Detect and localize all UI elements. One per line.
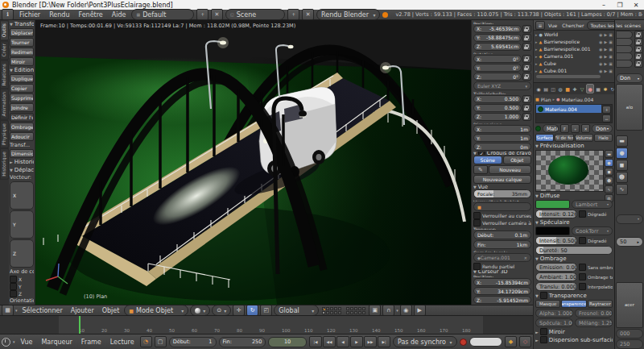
hardness-slider[interactable]: Dureté: 50 — [535, 246, 613, 255]
jump-end-button[interactable]: ▶| — [378, 336, 390, 347]
outliner-item[interactable]: ▸ ● World ◉▶▣ — [534, 31, 614, 38]
preview-panel-header[interactable]: ▼Prévisualisation — [535, 143, 613, 149]
frame-start-field[interactable]: Début:1 — [169, 337, 217, 347]
lock-icon[interactable] — [522, 73, 531, 81]
prev-keyframe-button[interactable]: ◀◀ — [323, 336, 336, 347]
shading-checkbox[interactable]: Interpolation... — [579, 283, 613, 290]
axis-checkbox-row[interactable]: Y — [10, 283, 34, 289]
layers-widget[interactable] — [322, 307, 341, 314]
timeline-menu[interactable]: Lecture — [107, 339, 138, 346]
preview-button-fragment[interactable]: ● — [616, 147, 628, 159]
dimension-field-row[interactable]: Z:0m — [473, 143, 531, 151]
topbar-menu[interactable]: Fenêtre — [76, 11, 106, 19]
strip-raytrace-fragment[interactable]: acer — [616, 282, 643, 329]
tool-shelf-tab[interactable]: Animation — [0, 89, 9, 120]
focal-length-slider[interactable]: Focale:35mm — [473, 189, 531, 198]
diffuse-color-swatch[interactable] — [535, 200, 570, 209]
render-border-row[interactable]: Rendu partiel — [473, 263, 531, 269]
visibility-icon[interactable]: ◉ — [599, 69, 602, 73]
timeline-menu[interactable]: Frame — [78, 339, 105, 346]
view-panel-header[interactable]: ▼Vue — [473, 185, 531, 188]
vector-field[interactable]: X — [10, 181, 34, 210]
lock-to-scene-icon[interactable]: ▣ — [369, 305, 381, 316]
auto-keyframe-button[interactable] — [460, 339, 467, 346]
shading-value-slider[interactable]: Emission: 0.00 — [535, 263, 577, 272]
cursor-field-row[interactable]: Z:-5.91452mm — [473, 296, 531, 304]
strip-value-fragment[interactable]: 250 — [616, 339, 643, 349]
datablock-dropdown[interactable]: Don▾ — [592, 124, 613, 133]
lock-icon[interactable] — [522, 34, 531, 42]
visibility-icon[interactable]: ◉ — [599, 39, 602, 44]
properties-tab-icon[interactable]: ▦ — [595, 85, 601, 93]
manipulator-translate-icon[interactable]: ✛ — [233, 305, 245, 316]
transform-tool-button[interactable]: Redimensionner — [10, 48, 34, 56]
rotation-field-row[interactable]: Z:0° — [473, 73, 531, 81]
pencil-data-icon[interactable]: ✎ — [473, 165, 488, 174]
outliner-scrollbar[interactable] — [536, 75, 601, 78]
vector-field[interactable]: Y — [10, 210, 34, 239]
render-opengl-anim-icon[interactable]: ▶ — [414, 305, 426, 316]
axis-checkbox-row[interactable]: Z — [10, 290, 34, 297]
dimension-field-row[interactable]: X:1m — [473, 125, 531, 133]
scale-field-row[interactable]: X:0.500 — [473, 95, 531, 103]
outliner-item[interactable]: ▸ ▲ Cube ◉▶▣ — [534, 60, 614, 67]
selectability-icon[interactable]: ▶ — [604, 47, 607, 52]
tool-shelf-tab[interactable]: Physique — [0, 120, 9, 148]
material-name-field[interactable]: Materiau — [543, 124, 559, 133]
current-frame-field[interactable]: 10 — [268, 337, 307, 347]
add-scene-button[interactable]: ＋ — [287, 9, 299, 20]
edit-tool-button[interactable]: Ombrage — [10, 123, 34, 131]
selectability-icon[interactable]: ▶ — [604, 32, 607, 37]
specular-ramp-checkbox[interactable]: Dégradé — [579, 237, 613, 244]
add-layout-button[interactable]: ＋ — [196, 9, 208, 20]
rotation-field-row[interactable]: X:0° — [473, 55, 531, 63]
transform-tool-button[interactable]: Tourner — [10, 38, 34, 47]
lock-icon[interactable] — [634, 60, 643, 68]
transform-panel-header[interactable]: ▼Transformation — [10, 21, 34, 27]
shading-value-slider[interactable]: Ambiant: 1.000 — [535, 272, 577, 281]
lock-icon[interactable] — [522, 104, 531, 112]
add-slot-button[interactable]: ＋ — [602, 106, 611, 114]
position-field-row[interactable]: Z:5.69541cm — [473, 43, 531, 51]
scale-field-row[interactable]: Y:0.500 — [473, 104, 531, 112]
gp-source-object-button[interactable]: Objet — [503, 156, 532, 164]
preview-sphere-button[interactable]: ● — [605, 159, 613, 167]
close-button[interactable]: ✕ — [628, 2, 644, 9]
history-panel-header[interactable]: ►Historique — [10, 159, 34, 165]
material-slot-row[interactable]: Materiau.004 — [536, 105, 601, 113]
delete-keyframe-icon[interactable]: ◇ — [519, 336, 531, 347]
timeline-ruler[interactable]: 1020304050607080901001101201301401501601… — [0, 316, 533, 334]
transparency-field[interactable]: Spécula: 1.000 — [535, 318, 573, 327]
transparency-type-tab[interactable]: Masque — [535, 300, 560, 308]
properties-tab-icon[interactable]: ◍ — [557, 85, 564, 93]
edit-tool-button[interactable]: Copier — [10, 84, 34, 93]
cursor-3d-panel-header[interactable]: ▼Curseur 3D — [473, 270, 531, 273]
manipulator-rotate-icon[interactable]: ↻ — [246, 305, 258, 316]
edit-tool-button[interactable]: Définir l'origine — [10, 113, 34, 122]
timeline-menu[interactable]: Vue — [18, 339, 36, 346]
unlink-material-button[interactable]: ✕ — [581, 124, 590, 133]
keying-set-field[interactable] — [469, 337, 502, 347]
tool-shelf-tab[interactable]: Relations — [0, 60, 9, 89]
preview-button-fragment[interactable]: ◼ — [616, 160, 628, 171]
position-field-row[interactable]: Y:-58.88475cm — [473, 34, 531, 42]
outliner-item[interactable]: ▸ ◆ Camera.001 ◉▶▣ — [534, 52, 614, 60]
gp-source-scene-button[interactable]: Scène — [473, 156, 502, 164]
properties-tab-icon[interactable]: ● — [586, 84, 594, 93]
clip-start-field[interactable]: Début:0.1m — [473, 231, 531, 239]
clip-end-field[interactable]: Fin:1km — [473, 240, 531, 249]
shading-dropdown[interactable]: ▾ — [190, 305, 210, 316]
grease-pencil-panel-header[interactable]: ▼Croquis de crayon gr... — [473, 152, 531, 155]
play-button[interactable]: ▶ — [350, 336, 363, 347]
visibility-icon[interactable]: ◉ — [599, 47, 602, 52]
viewport-menu[interactable]: Objet — [99, 307, 123, 314]
jump-start-button[interactable]: |◀ — [309, 336, 322, 347]
rotation-mode-dropdown[interactable]: Euler XYZ▾ — [473, 81, 531, 90]
lock-icon[interactable] — [522, 64, 531, 72]
vector-field[interactable]: Z — [10, 239, 34, 268]
mode-dropdown[interactable]: ■ Mode Objet▾ — [124, 305, 188, 316]
specular-color-swatch[interactable] — [535, 226, 570, 235]
editor-type-icon[interactable]: ℹ — [2, 9, 14, 20]
outliner-item[interactable]: ▸ ▲ Cube.001 ◉▶▣ — [534, 67, 614, 74]
transparency-type-tab[interactable]: Transparence Z — [561, 300, 586, 308]
